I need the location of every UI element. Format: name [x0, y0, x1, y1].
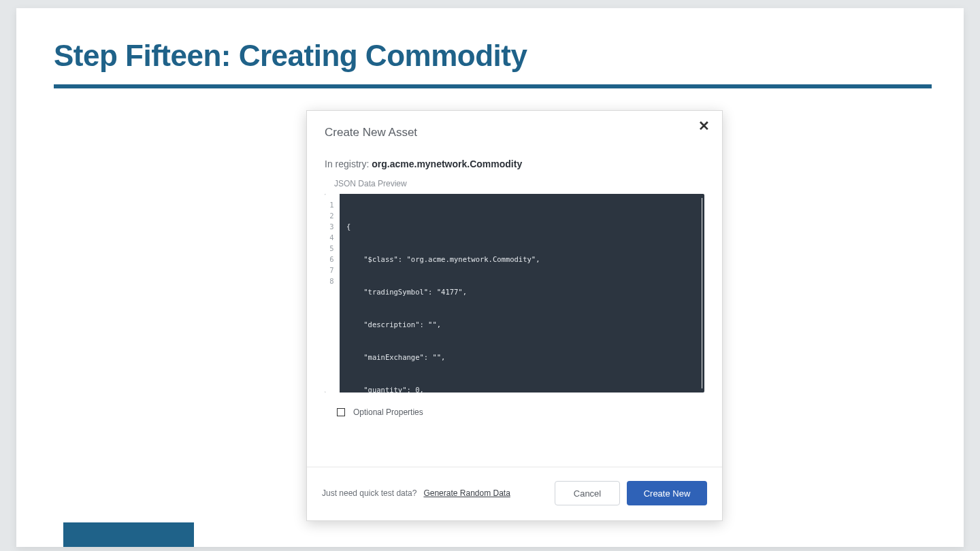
- code-content[interactable]: { "$class": "org.acme.mynetwork.Commodit…: [340, 194, 704, 393]
- code-scroll-indicator: [702, 198, 702, 388]
- code-line: "description": "",: [346, 319, 700, 330]
- slide-title: Step Fifteen: Creating Commodity: [54, 39, 527, 73]
- code-line: "quantity": 0,: [346, 384, 700, 393]
- modal-title: Create New Asset: [325, 126, 704, 139]
- optional-properties-row: Optional Properties: [307, 393, 722, 417]
- line-number: 7: [327, 265, 336, 276]
- line-number: 4: [327, 232, 336, 243]
- line-number: 8: [327, 276, 336, 286]
- optional-properties-label: Optional Properties: [353, 407, 423, 417]
- create-asset-modal: ✕ Create New Asset In registry: org.acme…: [306, 110, 723, 521]
- code-gutter: 1 2 3 4 5 6 7 8: [325, 194, 340, 393]
- line-number: 1: [327, 199, 336, 210]
- footer-help-text: Just need quick test data?: [322, 488, 416, 498]
- modal-footer: Just need quick test data? Generate Rand…: [307, 467, 722, 520]
- registry-prefix: In registry:: [325, 158, 372, 169]
- registry-line: In registry: org.acme.mynetwork.Commodit…: [307, 144, 722, 172]
- cancel-button[interactable]: Cancel: [555, 481, 620, 505]
- line-number: 2: [327, 210, 336, 221]
- close-icon[interactable]: ✕: [696, 116, 713, 135]
- slide-accent-block: [63, 522, 194, 547]
- code-line: {: [346, 221, 700, 232]
- json-code-editor[interactable]: 1 2 3 4 5 6 7 8 { "$class": "org.acme.my…: [325, 194, 704, 393]
- json-preview-label: JSON Data Preview: [307, 172, 722, 194]
- line-number: 6: [327, 254, 336, 265]
- code-line: "$class": "org.acme.mynetwork.Commodity"…: [346, 254, 700, 265]
- code-line: "mainExchange": "",: [346, 352, 700, 363]
- create-new-button[interactable]: Create New: [627, 481, 707, 505]
- registry-name: org.acme.mynetwork.Commodity: [372, 158, 522, 169]
- optional-properties-checkbox[interactable]: [337, 408, 345, 416]
- code-line: "tradingSymbol": "4177",: [346, 286, 700, 297]
- modal-header: Create New Asset: [307, 111, 722, 144]
- title-underline: [54, 84, 932, 88]
- line-number: 5: [327, 243, 336, 254]
- line-number: 3: [327, 221, 336, 232]
- slide-card: Step Fifteen: Creating Commodity ✕ Creat…: [16, 8, 964, 547]
- generate-random-data-link[interactable]: Generate Random Data: [423, 488, 510, 498]
